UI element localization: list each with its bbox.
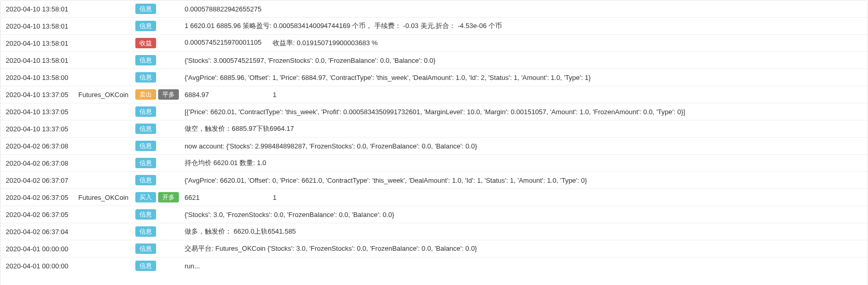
log-msg-extra: 收益率: 0.019150719900003683 %: [273, 38, 377, 48]
log-message: {'Stocks': 3.0, 'FrozenStocks': 0.0, 'Fr…: [185, 211, 862, 219]
log-msg-extra: 1: [273, 194, 276, 201]
log-row: 2020-04-10 13:37:05信息[{'Price': 6620.01,…: [1, 103, 867, 120]
tag-info: 信息: [135, 124, 156, 134]
log-row: 2020-04-02 06:37:08信息now account: {'Stoc…: [1, 137, 867, 154]
log-row: 2020-04-10 13:58:01信息0.00057888229426552…: [1, 1, 867, 17]
log-message: 0.0005745215970001105收益率: 0.019150719900…: [185, 38, 862, 48]
log-time: 2020-04-02 06:37:08: [6, 142, 78, 150]
log-message: 66211: [185, 194, 862, 201]
tag-info: 信息: [135, 72, 156, 83]
log-tags: 信息: [135, 243, 185, 254]
log-msg-value: 6884.97: [185, 91, 273, 99]
log-row: 2020-04-01 00:00:00信息run...: [1, 257, 867, 274]
log-time: 2020-04-10 13:37:05: [6, 91, 78, 99]
tag-info: 信息: [135, 243, 156, 254]
log-time: 2020-04-02 06:37:04: [6, 228, 78, 236]
log-message: {'AvgPrice': 6620.01, 'Offset': 0, 'Pric…: [185, 177, 862, 184]
log-msg-extra: 1: [273, 91, 276, 99]
log-message: now account: {'Stocks': 2.998484898287, …: [185, 142, 862, 150]
log-row: 2020-04-10 13:58:01信息{'Stocks': 3.000574…: [1, 51, 867, 69]
tag-info: 信息: [135, 106, 156, 117]
log-message: {'AvgPrice': 6885.96, 'Offset': 1, 'Pric…: [185, 74, 862, 82]
log-message: run...: [185, 262, 862, 270]
log-time: 2020-04-02 06:37:07: [6, 177, 78, 184]
log-time: 2020-04-10 13:37:05: [6, 108, 78, 116]
log-message: 做空，触发价：6885.97下轨6964.17: [185, 124, 862, 133]
tag-info: 信息: [135, 21, 156, 31]
log-tags: 买入开多: [135, 192, 185, 202]
log-message: [{'Price': 6620.01, 'ContractType': 'thi…: [185, 108, 862, 116]
log-time: 2020-04-10 13:58:00: [6, 74, 78, 82]
tag-profit: 收益: [135, 38, 156, 48]
log-msg-value: 0.0005745215970001105: [185, 38, 273, 48]
log-tags: 信息: [135, 141, 185, 151]
log-tags: 信息: [135, 261, 185, 271]
log-tags: 信息: [135, 209, 185, 220]
tag-close_long: 平多: [158, 89, 179, 100]
tag-info: 信息: [135, 55, 156, 65]
tag-buy: 买入: [135, 192, 156, 202]
log-tags: 信息: [135, 175, 185, 185]
log-tags: 信息: [135, 124, 185, 134]
log-row: 2020-04-01 00:00:00信息交易平台: Futures_OKCoi…: [1, 240, 867, 257]
log-tags: 收益: [135, 38, 185, 48]
log-time: 2020-04-10 13:58:01: [6, 57, 78, 64]
log-message: {'Stocks': 3.000574521597, 'FrozenStocks…: [185, 57, 862, 64]
log-message: 交易平台: Futures_OKCoin {'Stocks': 3.0, 'Fr…: [185, 244, 862, 253]
log-time: 2020-04-10 13:58:01: [6, 39, 78, 47]
tag-info: 信息: [135, 158, 156, 168]
log-tags: 信息: [135, 55, 185, 65]
log-time: 2020-04-10 13:58:01: [6, 5, 78, 13]
tag-info: 信息: [135, 141, 156, 151]
log-time: 2020-04-02 06:37:05: [6, 211, 78, 219]
log-message: 1 6620.01 6885.96 策略盈亏: 0.00058341400947…: [185, 21, 862, 31]
tag-info: 信息: [135, 261, 156, 271]
log-message: 0.0005788822942655275: [185, 5, 862, 13]
tag-info: 信息: [135, 209, 156, 220]
log-row: 2020-04-02 06:37:05Futures_OKCoin买入开多662…: [1, 188, 867, 206]
log-exchange: Futures_OKCoin: [78, 194, 135, 201]
log-message: 6884.971: [185, 91, 862, 99]
log-tags: 信息: [135, 158, 185, 168]
log-row: 2020-04-10 13:37:05Futures_OKCoin卖出平多688…: [1, 86, 867, 103]
log-row: 2020-04-02 06:37:08信息持仓均价 6620.01 数量: 1.…: [1, 154, 867, 171]
log-time: 2020-04-10 13:37:05: [6, 125, 78, 133]
log-row: 2020-04-10 13:37:05信息做空，触发价：6885.97下轨696…: [1, 120, 867, 137]
log-row: 2020-04-10 13:58:01收益0.00057452159700011…: [1, 34, 867, 51]
log-time: 2020-04-01 00:00:00: [6, 262, 78, 270]
log-tags: 信息: [135, 21, 185, 31]
tag-open_long: 开多: [158, 192, 179, 202]
log-row: 2020-04-10 13:58:01信息1 6620.01 6885.96 策…: [1, 17, 867, 34]
log-row: 2020-04-02 06:37:07信息{'AvgPrice': 6620.0…: [1, 171, 867, 188]
log-message: 做多，触发价： 6620.0上轨6541.585: [185, 227, 862, 236]
log-tags: 信息: [135, 72, 185, 83]
log-tags: 卖出平多: [135, 89, 185, 100]
log-time: 2020-04-01 00:00:00: [6, 245, 78, 253]
tag-info: 信息: [135, 226, 156, 237]
log-exchange: Futures_OKCoin: [78, 91, 135, 99]
tag-sell: 卖出: [135, 89, 156, 100]
log-msg-value: 6621: [185, 194, 273, 201]
log-message: 持仓均价 6620.01 数量: 1.0: [185, 158, 862, 168]
log-table: 2020-04-10 13:58:01信息0.00057888229426552…: [0, 0, 868, 285]
log-row: 2020-04-10 13:58:00信息{'AvgPrice': 6885.9…: [1, 69, 867, 86]
log-time: 2020-04-10 13:58:01: [6, 22, 78, 30]
tag-info: 信息: [135, 4, 156, 14]
log-time: 2020-04-02 06:37:05: [6, 194, 78, 201]
log-row: 2020-04-02 06:37:05信息{'Stocks': 3.0, 'Fr…: [1, 206, 867, 223]
log-time: 2020-04-02 06:37:08: [6, 159, 78, 167]
log-tags: 信息: [135, 226, 185, 237]
tag-info: 信息: [135, 175, 156, 185]
log-tags: 信息: [135, 106, 185, 117]
log-row: 2020-04-02 06:37:04信息做多，触发价： 6620.0上轨654…: [1, 223, 867, 240]
log-tags: 信息: [135, 4, 185, 14]
